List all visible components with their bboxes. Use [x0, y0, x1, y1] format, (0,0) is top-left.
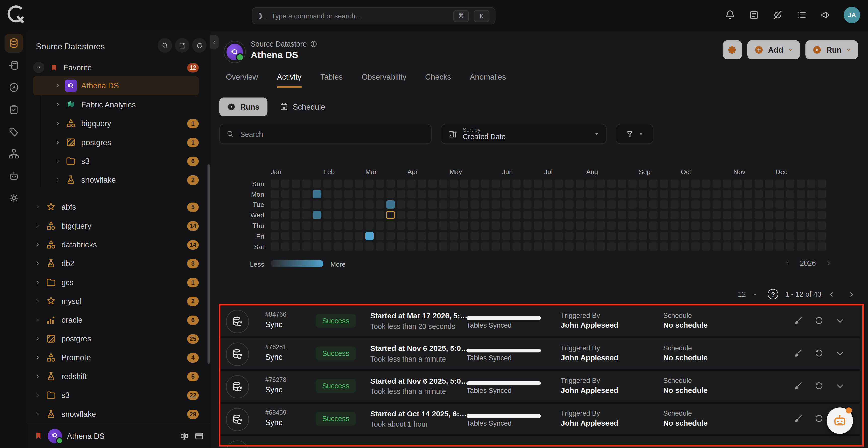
chevron-right-icon[interactable]	[53, 121, 62, 126]
heatmap-cell[interactable]	[734, 179, 742, 188]
heatmap-cell[interactable]	[723, 200, 731, 209]
heatmap-cell[interactable]	[492, 200, 500, 209]
heatmap-cell[interactable]	[502, 211, 510, 219]
heatmap-cell[interactable]	[576, 179, 584, 188]
broom-icon[interactable]	[793, 414, 803, 424]
heatmap-cell[interactable]	[470, 190, 479, 198]
heatmap-cell[interactable]	[565, 200, 574, 209]
chevron-right-icon[interactable]	[33, 411, 42, 417]
heatmap-cell[interactable]	[807, 232, 815, 240]
chevron-right-icon[interactable]	[53, 158, 62, 164]
heatmap-cell[interactable]	[734, 190, 742, 198]
heatmap-cell[interactable]	[323, 242, 332, 251]
heatmap-cell[interactable]	[765, 222, 773, 230]
heatmap-cell[interactable]	[607, 222, 616, 230]
heatmap-cell[interactable]	[271, 179, 279, 188]
heatmap-cell[interactable]	[407, 242, 416, 251]
heatmap-cell[interactable]	[386, 222, 395, 230]
heatmap-cell[interactable]	[386, 200, 395, 209]
heatmap-cell[interactable]	[765, 211, 773, 219]
heatmap-cell[interactable]	[586, 190, 594, 198]
chevron-right-icon[interactable]	[33, 317, 42, 323]
heatmap-cell[interactable]	[618, 211, 626, 219]
run-row[interactable]: #84766 Sync Success Started at Mar 17 20…	[220, 306, 860, 337]
heatmap-cell[interactable]	[754, 232, 763, 240]
heatmap-cell[interactable]	[544, 211, 552, 219]
heatmap-cell[interactable]	[534, 222, 542, 230]
heatmap-cell[interactable]	[450, 242, 458, 251]
sidebar-group[interactable]: postgres 25	[33, 329, 199, 348]
heatmap-cell[interactable]	[429, 190, 437, 198]
heatmap-cell[interactable]	[407, 179, 416, 188]
heatmap-cell[interactable]	[365, 211, 374, 219]
heatmap-cell[interactable]	[818, 190, 826, 198]
heatmap-cell[interactable]	[513, 211, 521, 219]
prev-page-button[interactable]	[828, 291, 835, 297]
heatmap-cell[interactable]	[460, 190, 468, 198]
help-icon[interactable]: ?	[768, 289, 778, 299]
heatmap-cell[interactable]	[355, 242, 363, 251]
heatmap-cell[interactable]	[292, 222, 300, 230]
heatmap-cell[interactable]	[818, 179, 826, 188]
chevron-right-icon[interactable]	[33, 392, 42, 398]
heatmap-cell[interactable]	[365, 200, 374, 209]
heatmap-cell[interactable]	[723, 222, 731, 230]
heatmap-cell[interactable]	[407, 232, 416, 240]
user-avatar[interactable]: JA	[844, 6, 860, 23]
assistant-fab[interactable]	[827, 407, 853, 434]
heatmap-cell[interactable]	[407, 211, 416, 219]
rerun-icon[interactable]	[814, 381, 824, 391]
heatmap-cell[interactable]	[754, 200, 763, 209]
broom-icon[interactable]	[793, 381, 803, 391]
heatmap-cell[interactable]	[544, 200, 552, 209]
heatmap-cell[interactable]	[639, 242, 647, 251]
heatmap-cell[interactable]	[681, 211, 689, 219]
heatmap-cell[interactable]	[786, 211, 794, 219]
heatmap-cell[interactable]	[281, 200, 289, 209]
heatmap-cell[interactable]	[492, 222, 500, 230]
panel-bookmark-button[interactable]	[175, 38, 189, 53]
heatmap-cell[interactable]	[344, 242, 352, 251]
prev-year-button[interactable]	[784, 260, 790, 266]
heatmap-cell[interactable]	[691, 179, 700, 188]
heatmap-cell[interactable]	[723, 211, 731, 219]
heatmap-cell[interactable]	[775, 232, 784, 240]
heatmap-cell[interactable]	[460, 200, 468, 209]
heatmap-cell[interactable]	[723, 179, 731, 188]
chevron-right-icon[interactable]	[33, 355, 42, 360]
heatmap-cell[interactable]	[481, 200, 489, 209]
heatmap-cell[interactable]	[418, 222, 426, 230]
heatmap-cell[interactable]	[513, 222, 521, 230]
heatmap-cell[interactable]	[797, 232, 805, 240]
heatmap-cell[interactable]	[628, 179, 637, 188]
heatmap-cell[interactable]	[439, 200, 447, 209]
heatmap-cell[interactable]	[618, 200, 626, 209]
heatmap-cell[interactable]	[607, 232, 616, 240]
rerun-icon[interactable]	[814, 316, 824, 326]
heatmap-cell[interactable]	[292, 211, 300, 219]
heatmap-cell[interactable]	[355, 232, 363, 240]
heatmap-cell[interactable]	[481, 190, 489, 198]
heatmap-cell[interactable]	[418, 200, 426, 209]
heatmap-cell[interactable]	[691, 242, 700, 251]
heatmap-cell[interactable]	[439, 232, 447, 240]
sort-dropdown[interactable]: Sort by Created Date	[440, 124, 607, 144]
heatmap-cell[interactable]	[754, 242, 763, 251]
heatmap-cell[interactable]	[355, 179, 363, 188]
command-palette[interactable]: ❯_ ⌘ K	[252, 7, 496, 24]
heatmap-cell[interactable]	[565, 222, 574, 230]
heatmap-cell[interactable]	[523, 200, 531, 209]
heatmap-cell[interactable]	[429, 232, 437, 240]
heatmap-cell[interactable]	[670, 232, 679, 240]
tab-checks[interactable]: Checks	[425, 72, 451, 88]
chevron-right-icon[interactable]	[33, 374, 42, 379]
heatmap-cell[interactable]	[439, 190, 447, 198]
heatmap-cell[interactable]	[470, 179, 479, 188]
heatmap-cell[interactable]	[502, 242, 510, 251]
heatmap-cell[interactable]	[513, 242, 521, 251]
heatmap-cell[interactable]	[439, 211, 447, 219]
heatmap-cell[interactable]	[754, 190, 763, 198]
sidebar-group[interactable]: bigquery 14	[33, 217, 199, 235]
heatmap-cell[interactable]	[607, 211, 616, 219]
heatmap-cell[interactable]	[376, 211, 384, 219]
